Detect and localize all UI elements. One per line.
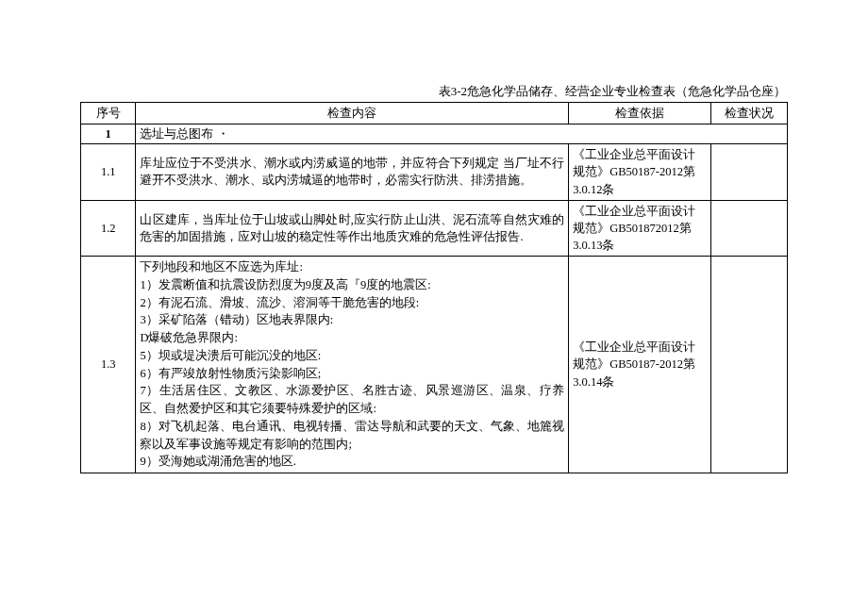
document-page: 表3-2危急化学品储存、经营企业专业检查表（危急化学品仓座） 序号 检查内容 检… <box>0 0 868 614</box>
row-1-3-content: 下列地段和地区不应选为库址: 1）发震断值和抗震设防烈度为9度及高『9度的地震区… <box>136 257 569 473</box>
row-1-1-basis: 《工业企业总平面设计规范》GB50187-2012第3.0.12条 <box>569 144 711 200</box>
inspection-table: 序号 检查内容 检查依据 检查状况 1 选址与总图布 ・ 1.1 库址应位于不受… <box>80 102 788 473</box>
row-1-1: 1.1 库址应位于不受洪水、潮水或内涝威逼的地带，并应符合下列规定 当厂址不行避… <box>81 144 788 200</box>
row-1-1-status <box>711 144 788 200</box>
row-1-1-num: 1.1 <box>81 144 136 200</box>
row-1-3-basis: 《工业企业总平面设计规范》GB50187-2012第3.0.14条 <box>569 257 711 473</box>
header-content: 检查内容 <box>136 103 569 124</box>
section-1-num: 1 <box>81 124 136 144</box>
row-1-3-num: 1.3 <box>81 257 136 473</box>
section-1-row: 1 选址与总图布 ・ <box>81 124 788 144</box>
row-1-2-num: 1.2 <box>81 200 136 256</box>
header-num: 序号 <box>81 103 136 124</box>
header-status: 检查状况 <box>711 103 788 124</box>
row-1-2-content: 山区建库，当库址位于山坡或山脚处时,应实行防止山洪、泥石流等自然灾难的危害的加固… <box>136 200 569 256</box>
row-1-3: 1.3 下列地段和地区不应选为库址: 1）发震断值和抗震设防烈度为9度及高『9度… <box>81 257 788 473</box>
header-row: 序号 检查内容 检查依据 检查状况 <box>81 103 788 124</box>
row-1-2-status <box>711 200 788 256</box>
row-1-2: 1.2 山区建库，当库址位于山坡或山脚处时,应实行防止山洪、泥石流等自然灾难的危… <box>81 200 788 256</box>
table-title: 表3-2危急化学品储存、经营企业专业检查表（危急化学品仓座） <box>80 83 788 100</box>
row-1-3-status <box>711 257 788 473</box>
row-1-2-basis: 《工业企业总平面设计规范》GB501872012第3.0.13条 <box>569 200 711 256</box>
row-1-1-content: 库址应位于不受洪水、潮水或内涝威逼的地带，并应符合下列规定 当厂址不行避开不受洪… <box>136 144 569 200</box>
header-basis: 检查依据 <box>569 103 711 124</box>
section-1-label: 选址与总图布 ・ <box>136 124 788 144</box>
